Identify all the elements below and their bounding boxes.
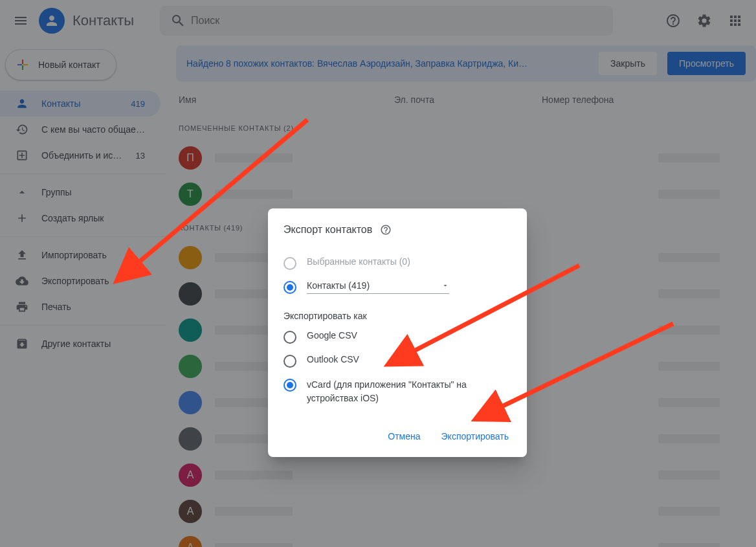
dialog-title: Экспорт контактов [284, 224, 372, 236]
radio-all-contacts[interactable]: Контакты (419) [284, 275, 511, 299]
radio-format-google[interactable]: Google CSV [284, 325, 511, 349]
radio-label: Outlook CSV [307, 354, 359, 364]
chevron-down-icon [441, 282, 449, 289]
dropdown-label: Контакты (419) [307, 280, 370, 291]
export-dialog: Экспорт контактов Выбранные контакты (0)… [268, 208, 527, 457]
radio-selected-contacts: Выбранные контакты (0) [284, 251, 511, 275]
radio-icon [284, 355, 296, 368]
radio-icon [284, 379, 296, 392]
contacts-dropdown[interactable]: Контакты (419) [307, 280, 449, 294]
dialog-section-title: Экспортировать как [284, 311, 511, 321]
dialog-actions: Отмена Экспортировать [284, 426, 511, 447]
radio-format-vcard[interactable]: vCard (для приложения "Контакты" на устр… [284, 373, 511, 410]
dialog-export-button[interactable]: Экспортировать [439, 426, 511, 447]
radio-format-outlook[interactable]: Outlook CSV [284, 349, 511, 373]
radio-label: Google CSV [307, 330, 357, 340]
radio-icon [284, 331, 296, 344]
radio-icon [284, 257, 296, 270]
dialog-cancel-button[interactable]: Отмена [385, 426, 423, 447]
radio-label: vCard (для приложения "Контакты" на устр… [307, 378, 511, 405]
help-icon[interactable] [380, 224, 392, 236]
dialog-title-row: Экспорт контактов [284, 224, 511, 236]
radio-icon [284, 281, 296, 294]
radio-label: Выбранные контакты (0) [307, 256, 410, 267]
